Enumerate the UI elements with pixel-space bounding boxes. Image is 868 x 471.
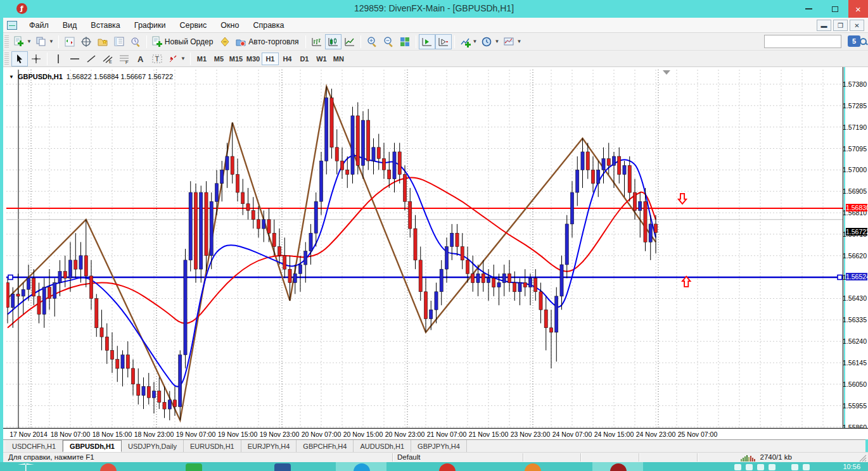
taskbar-clock[interactable]: 10:56 bbox=[843, 463, 860, 470]
autotrading-button[interactable]: Авто-торговля bbox=[233, 34, 302, 49]
terminal-button[interactable] bbox=[111, 34, 127, 49]
chart-plot[interactable] bbox=[6, 70, 843, 428]
menu-файл[interactable]: Файл bbox=[22, 19, 56, 32]
hline-price-badge: 1.56830 bbox=[846, 204, 867, 211]
child-close-button[interactable]: ✕ bbox=[850, 20, 864, 31]
tray-icon[interactable] bbox=[769, 464, 775, 470]
chrome-icon[interactable] bbox=[100, 463, 117, 471]
chart-tab-gbpjpyh[interactable]: GBPJPYh,H4 bbox=[411, 440, 467, 452]
text-button[interactable]: A bbox=[132, 51, 149, 66]
chart-tab-eurusdh[interactable]: EURUSDh,H1 bbox=[184, 440, 241, 452]
fibonacci-button[interactable]: F bbox=[116, 51, 132, 66]
text-icon: A bbox=[135, 53, 146, 65]
menu-сервис[interactable]: Сервис bbox=[173, 19, 214, 32]
toolbar-grip[interactable] bbox=[4, 53, 9, 65]
tray-icon[interactable] bbox=[746, 464, 753, 470]
chart-candles-button[interactable] bbox=[325, 34, 341, 49]
crosshair-button[interactable] bbox=[28, 51, 44, 66]
chart-line-button[interactable] bbox=[341, 34, 358, 49]
tray-icon[interactable] bbox=[791, 464, 798, 470]
cursor-button[interactable] bbox=[11, 51, 28, 66]
start-button[interactable] bbox=[18, 463, 34, 471]
profiles-button[interactable]: ▼ bbox=[34, 34, 56, 49]
chevron-down-icon[interactable]: ▼ bbox=[494, 39, 499, 44]
market-watch-button[interactable] bbox=[61, 34, 78, 49]
timeframe-m5[interactable]: M5 bbox=[210, 53, 227, 65]
window-title: 129859: DivenFX-Main - [GBPUSDh,H1] bbox=[0, 3, 868, 13]
menu-графики[interactable]: Графики bbox=[127, 19, 173, 32]
chevron-down-icon[interactable]: ▼ bbox=[9, 74, 14, 80]
vline-button[interactable] bbox=[50, 51, 67, 66]
chart-tab-usdjpyh[interactable]: USDJPYh,Daily bbox=[122, 440, 184, 452]
chart-shift-button[interactable] bbox=[435, 34, 452, 49]
new-chart-button[interactable]: ▼ bbox=[11, 34, 34, 49]
metaeditor-button[interactable] bbox=[217, 34, 233, 49]
auto-scroll-button[interactable] bbox=[419, 34, 435, 49]
text-label-button[interactable]: T bbox=[149, 51, 165, 66]
chart-tab-gbpusdh[interactable]: GBPUSDh,H1 bbox=[63, 440, 122, 452]
strategy-tester-button[interactable] bbox=[127, 34, 144, 49]
tray-icon[interactable] bbox=[734, 464, 741, 470]
templates-button[interactable]: ▼ bbox=[501, 34, 523, 49]
chart-tab-gbpchfh[interactable]: GBPCHFh,H4 bbox=[297, 440, 354, 452]
chevron-down-icon[interactable]: ▼ bbox=[27, 39, 32, 44]
zoom-out-icon bbox=[383, 36, 394, 47]
chevron-down-icon[interactable]: ▼ bbox=[473, 39, 478, 44]
time-tick: 20 Nov 07:00 bbox=[302, 430, 341, 438]
orange-app-icon[interactable] bbox=[525, 463, 541, 471]
timeframe-h4[interactable]: H4 bbox=[279, 53, 296, 65]
trendline-button[interactable] bbox=[83, 51, 99, 66]
status-profile[interactable]: Default bbox=[397, 453, 420, 461]
arrows-button[interactable]: ▼ bbox=[165, 51, 188, 66]
chart-bars-button[interactable] bbox=[309, 34, 325, 49]
price-tick: 1.56240 bbox=[843, 337, 867, 345]
gear-app-icon[interactable] bbox=[439, 463, 456, 471]
chevron-down-icon[interactable]: ▼ bbox=[181, 56, 186, 61]
toolbar-grip[interactable] bbox=[4, 35, 9, 48]
menu-вставка[interactable]: Вставка bbox=[84, 19, 127, 32]
tray-icon[interactable] bbox=[803, 464, 810, 470]
notifications-badge[interactable]: 5 bbox=[848, 35, 860, 47]
periods-button[interactable]: ▼ bbox=[479, 34, 501, 49]
navigator-button[interactable] bbox=[94, 34, 111, 49]
timeframe-mn[interactable]: MN bbox=[330, 53, 347, 65]
data-window-button[interactable] bbox=[78, 34, 94, 49]
tile-windows-button[interactable] bbox=[397, 34, 413, 49]
close-button[interactable]: × bbox=[848, 0, 868, 18]
indicators-button[interactable]: ▼ bbox=[457, 34, 480, 49]
time-tick: 23 Nov 23:00 bbox=[511, 430, 550, 438]
chevron-down-icon[interactable]: ▼ bbox=[516, 39, 521, 44]
price-axis[interactable]: 1.573801.572851.571901.570951.570001.569… bbox=[843, 67, 868, 428]
word-icon[interactable] bbox=[274, 463, 291, 471]
zoom-out-button[interactable] bbox=[380, 34, 397, 49]
timeframe-m30[interactable]: M30 bbox=[245, 53, 262, 65]
chart-tab-audusdh[interactable]: AUDUSDh,H1 bbox=[354, 440, 411, 452]
child-minimize-button[interactable]: ▬ bbox=[817, 20, 831, 31]
search-input[interactable] bbox=[765, 36, 860, 47]
channel-button[interactable]: E bbox=[99, 51, 116, 66]
menu-вид[interactable]: Вид bbox=[56, 19, 84, 32]
menu-справка[interactable]: Справка bbox=[246, 19, 291, 32]
timeframe-d1[interactable]: D1 bbox=[296, 53, 313, 65]
chevron-down-icon[interactable]: ▼ bbox=[49, 39, 54, 44]
timeframe-w1[interactable]: W1 bbox=[313, 53, 330, 65]
maximize-button[interactable] bbox=[822, 0, 848, 18]
chart-tab-eurjpyh[interactable]: EURJPYh,H4 bbox=[241, 440, 297, 452]
timeframe-m1[interactable]: M1 bbox=[193, 53, 210, 65]
timeframe-h1[interactable]: H1 bbox=[262, 53, 279, 65]
new-order-button[interactable]: Новый Ордер bbox=[150, 34, 217, 49]
hline-button[interactable] bbox=[67, 51, 83, 66]
resize-grip[interactable] bbox=[858, 454, 867, 462]
menu-окно[interactable]: Окно bbox=[214, 19, 246, 32]
time-axis[interactable]: 17 Nov 201418 Nov 07:0018 Nov 15:0018 No… bbox=[3, 428, 868, 439]
chart-tab-usdchfh[interactable]: USDCHFh,H1 bbox=[6, 440, 63, 452]
child-restore-button[interactable]: ❐ bbox=[833, 20, 848, 31]
time-tick: 21 Nov 07:00 bbox=[427, 430, 466, 438]
periods-icon bbox=[481, 36, 492, 47]
store-icon[interactable] bbox=[186, 463, 202, 471]
tray-icon[interactable] bbox=[757, 464, 764, 470]
zoom-in-button[interactable] bbox=[364, 34, 380, 49]
minimize-button[interactable] bbox=[795, 0, 822, 18]
timeframe-m15[interactable]: M15 bbox=[227, 53, 245, 65]
chart-window-icon[interactable] bbox=[7, 21, 17, 30]
